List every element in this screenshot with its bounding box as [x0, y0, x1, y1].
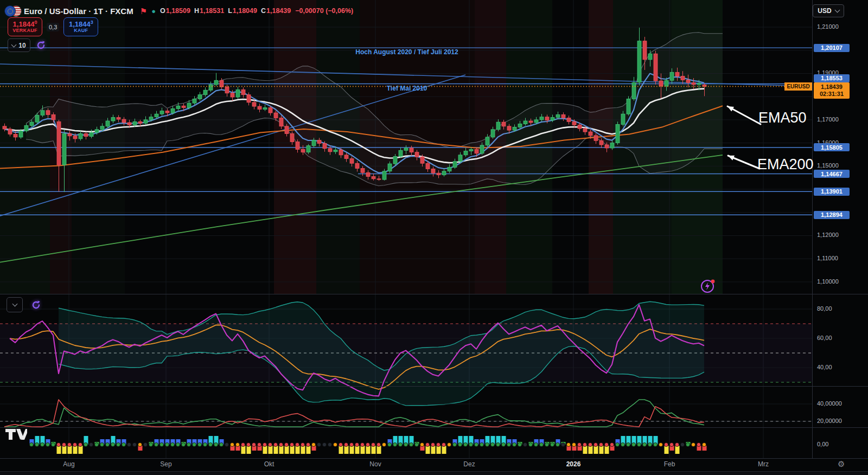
sell-button[interactable]: 1,18440 VERKAUF [8, 17, 42, 36]
price-axis-label: 1,12000 [817, 232, 839, 238]
market-status-icon[interactable]: ● [151, 8, 156, 15]
support-resistance-badge: 1,15805 [814, 143, 850, 151]
support-resistance-badge: 1,14667 [814, 170, 850, 178]
chevron-down-icon [11, 42, 17, 47]
symbol-toolbar: Euro / US-Dollar · 1T · FXCM ⚑ ● O1,1850… [4, 4, 353, 17]
current-symbol-tag: EURUSD [784, 82, 812, 91]
histogram-axis-label: 0,00 [817, 441, 828, 447]
rsi-axis-label: 40,00 [817, 364, 832, 370]
price-scale-currency-selector[interactable]: USD [813, 4, 844, 17]
support-resistance-badge: 1,18553 [814, 74, 850, 82]
resistance-annotation: Hoch August 2020 / Tief Juli 2012 [355, 48, 458, 56]
dmi-axis-label: 20,00000 [817, 418, 842, 424]
currency-label: USD [818, 7, 831, 15]
tradingview-watermark-icon [5, 428, 27, 446]
chevron-down-icon [834, 8, 840, 13]
symbol-pair-icon [4, 5, 21, 16]
price-axis-label: 1,10000 [817, 278, 839, 285]
alert-flag-icon[interactable]: ⚑ [140, 7, 147, 15]
trading-platform-window: Euro / US-Dollar · 1T · FXCM ⚑ ● O1,1850… [0, 0, 868, 475]
spread-value: 0,3 [47, 23, 59, 31]
support-annotation: Tief Mai 2010 [387, 85, 427, 92]
chart-canvas[interactable] [0, 0, 868, 475]
support-resistance-badge: 1,12894 [814, 211, 850, 219]
current-price-badge: 1,1843902:31:31 [814, 82, 850, 99]
chevron-down-icon [12, 301, 17, 307]
price-scale[interactable]: 1,210001,190001,170001,160001,150001,120… [813, 0, 868, 458]
price-axis-label: 1,15000 [817, 162, 839, 169]
buy-button[interactable]: 1,18443 KAUF [63, 17, 98, 36]
ohlc-readout: O1,18509 H1,18531 L1,18049 C1,18439 [160, 7, 291, 15]
time-axis-label: Mrz [758, 460, 769, 468]
price-axis-label: 1,11000 [817, 255, 838, 261]
time-axis-label: Nov [369, 460, 381, 468]
symbol-title[interactable]: Euro / US-Dollar · 1T · FXCM [24, 7, 133, 16]
timescale-settings-gear-icon[interactable]: ⚙ [838, 459, 845, 469]
indicator-count: 10 [18, 42, 25, 49]
time-axis-label: Sep [160, 460, 171, 468]
time-axis-label: Okt [264, 460, 275, 468]
time-axis-label: Aug [63, 460, 74, 468]
rsi-panel-collapse-button[interactable] [7, 297, 23, 312]
rsi-axis-label: 80,00 [817, 305, 832, 312]
price-axis-label: 1,17000 [817, 116, 839, 123]
time-axis-label: 2026 [566, 460, 581, 468]
time-axis-label: Dez [463, 460, 475, 468]
trade-buttons: 1,18440 VERKAUF 0,3 1,18443 KAUF [8, 17, 98, 36]
dmi-axis-label: 40,00000 [817, 400, 842, 407]
rsi-axis-label: 60,00 [817, 335, 832, 341]
ema200-label: EMA200 [757, 156, 814, 173]
main-legend-collapse-button[interactable]: 10 [8, 38, 30, 52]
ema50-label: EMA50 [758, 110, 807, 126]
boost-lightning-icon[interactable] [700, 278, 716, 293]
support-resistance-badge: 1,13901 [814, 188, 850, 196]
time-scale[interactable]: ⚙ AugSepOktNovDez2026FebMrz [0, 459, 868, 471]
price-change: −0,00070 (−0,06%) [295, 7, 353, 15]
main-sync-icon[interactable] [36, 40, 46, 53]
time-axis-label: Feb [664, 460, 675, 468]
price-axis-label: 1,21000 [817, 23, 839, 30]
support-resistance-badge: 1,20107 [814, 44, 850, 52]
rsi-sync-icon[interactable] [31, 300, 41, 312]
